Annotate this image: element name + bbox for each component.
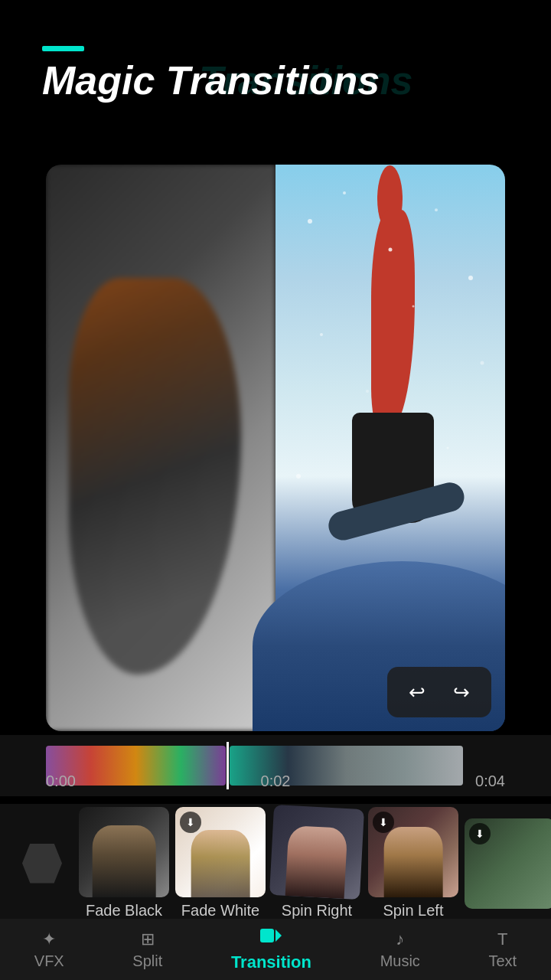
effect-spin-left[interactable]: ⬇ Spin Left: [368, 807, 458, 920]
timestamp-end: 0:04: [475, 773, 505, 790]
nav-item-text[interactable]: T Text: [473, 923, 532, 976]
timeline: 0:00 0:02 0:04: [0, 735, 551, 796]
effect-thumb-spin-left: ⬇: [368, 807, 458, 897]
preview-right-panel: [276, 165, 505, 731]
video-controls: ↩ ↪: [387, 667, 491, 717]
svg-point-4: [468, 276, 473, 280]
music-icon: ♪: [396, 929, 404, 949]
snowboarder-body: [371, 210, 416, 431]
nav-item-music[interactable]: ♪ Music: [365, 923, 435, 976]
effect-fade-white[interactable]: ⬇ Fade White: [175, 807, 266, 920]
thumb-figure-2: [191, 830, 250, 898]
split-icon: ⊞: [141, 929, 155, 949]
timeline-timestamps: 0:00 0:02 0:04: [46, 773, 505, 790]
effects-row: Fade Black ⬇ Fade White Spin Right ⬇ Spi…: [0, 804, 551, 923]
svg-marker-12: [276, 929, 282, 942]
effect-thumb-spin-right: [269, 805, 364, 900]
timestamp-mid: 0:02: [261, 773, 291, 790]
svg-point-7: [481, 361, 484, 365]
nav-label-text: Text: [488, 952, 517, 970]
snowboarder-figure: [333, 210, 459, 578]
effect-fade-black[interactable]: Fade Black: [79, 807, 169, 920]
effect-thumb-fade-black: [79, 807, 169, 897]
thumb-figure-3: [285, 825, 347, 899]
bottom-nav: ✦ VFX ⊞ Split Transition ♪ Music T Text: [0, 919, 551, 980]
svg-point-1: [343, 191, 346, 194]
page-title: Magic Transitions: [42, 59, 380, 103]
svg-rect-11: [260, 929, 274, 942]
effect-label-fade-white: Fade White: [181, 902, 259, 920]
preview-left-panel: [46, 165, 276, 731]
redo-button[interactable]: ↪: [444, 675, 479, 710]
effect-thumb-extra: ⬇: [465, 818, 551, 909]
svg-point-9: [296, 474, 301, 479]
effect-spin-right[interactable]: Spin Right: [272, 807, 362, 920]
effect-extra[interactable]: ⬇: [465, 818, 551, 909]
effect-label-fade-black: Fade Black: [86, 902, 162, 920]
effect-label-spin-left: Spin Left: [383, 902, 444, 920]
video-preview: ↩ ↪: [46, 165, 505, 731]
download-icon-fade-white[interactable]: ⬇: [180, 812, 201, 833]
undo-button[interactable]: ↩: [399, 675, 435, 710]
nav-label-transition: Transition: [231, 952, 311, 972]
svg-point-5: [320, 333, 323, 336]
nav-item-split[interactable]: ⊞ Split: [117, 923, 178, 976]
nav-label-music: Music: [380, 952, 420, 970]
effect-label-spin-right: Spin Right: [282, 902, 352, 920]
transition-icon: [260, 926, 282, 949]
eraser-icon: [22, 844, 62, 884]
timestamp-start: 0:00: [46, 773, 76, 790]
nav-item-vfx[interactable]: ✦ VFX: [19, 923, 80, 976]
effect-thumb-fade-white: ⬇: [175, 807, 266, 897]
vfx-icon: ✦: [42, 929, 56, 949]
thumb-figure-4: [384, 827, 443, 897]
download-icon-extra[interactable]: ⬇: [469, 823, 491, 844]
left-figure: [69, 278, 241, 675]
header-section: Magic Transitions: [42, 46, 380, 103]
effect-none[interactable]: [11, 818, 73, 909]
nav-label-split: Split: [132, 952, 162, 970]
svg-point-0: [308, 219, 312, 224]
nav-item-transition[interactable]: Transition: [216, 920, 327, 978]
download-icon-spin-left[interactable]: ⬇: [373, 812, 394, 833]
thumb-figure-1: [93, 825, 156, 897]
accent-bar: [42, 46, 84, 51]
nav-label-vfx: VFX: [34, 952, 64, 970]
text-icon: T: [497, 929, 507, 949]
